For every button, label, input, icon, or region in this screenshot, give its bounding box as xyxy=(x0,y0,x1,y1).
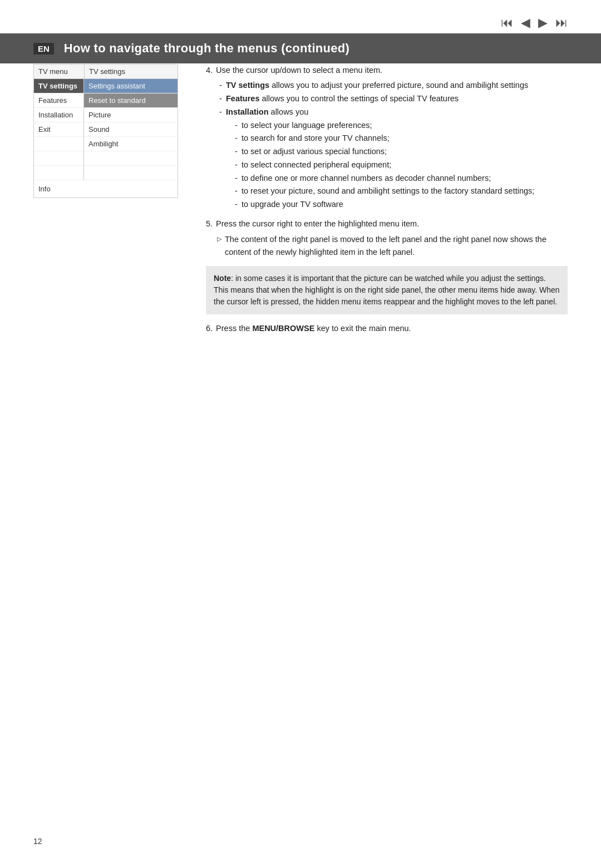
step5-bullet: ▷ The content of the right panel is move… xyxy=(217,233,568,258)
step4-bullets: TV settings allows you to adjust your pr… xyxy=(217,80,568,211)
step4-bullet-features: Features allows you to control the setti… xyxy=(217,93,568,105)
menu-header-row: TV menu TV settings xyxy=(34,65,178,79)
instructions-content: 4. Use the cursor up/down to select a me… xyxy=(206,64,568,335)
menu-right-items: Settings assistant Reset to standard Pic… xyxy=(84,79,178,180)
installation-text: allows you xyxy=(271,107,309,116)
step5-block: 5. Press the cursor right to enter the h… xyxy=(206,218,568,258)
menu-table: TV menu TV settings TV settings Features… xyxy=(33,64,178,198)
step5-number: 5. xyxy=(206,218,213,230)
step6-number: 6. xyxy=(206,322,213,334)
triangle-bullet-icon: ▷ xyxy=(217,234,221,258)
menu-item-empty-3 xyxy=(34,166,83,180)
note-box: Note: in some cases it is important that… xyxy=(206,266,568,314)
tv-menu-panel: TV menu TV settings TV settings Features… xyxy=(33,64,178,835)
menu-item-installation[interactable]: Installation xyxy=(34,108,83,122)
features-text: allows you to control the settings of sp… xyxy=(262,94,459,103)
step4-block: 4. Use the cursor up/down to select a me… xyxy=(206,64,568,211)
instructions-panel: 4. Use the cursor up/down to select a me… xyxy=(206,64,568,835)
menu-right-picture[interactable]: Picture xyxy=(84,108,178,122)
page-number: 12 xyxy=(33,837,42,846)
menu-item-empty-1 xyxy=(34,137,83,151)
installation-sub-3: to set or adjust various special functio… xyxy=(226,146,568,158)
installation-bold: Installation xyxy=(226,107,269,116)
page-title: How to navigate through the menus (conti… xyxy=(64,41,349,56)
menu-right-sound[interactable]: Sound xyxy=(84,122,178,137)
menu-left-items: TV settings Features Installation Exit xyxy=(34,79,84,180)
menu-info-label: Info xyxy=(38,185,51,193)
header-bar: EN How to navigate through the menus (co… xyxy=(0,33,601,63)
installation-sub-4: to select connected peripheral equipment… xyxy=(226,159,568,171)
navigation-icons: ⏮ ◀ ▶ ⏭ xyxy=(501,16,568,30)
tv-settings-bold: TV settings xyxy=(226,81,269,90)
menu-item-exit[interactable]: Exit xyxy=(34,122,83,137)
menu-col-left-header: TV menu xyxy=(34,65,84,79)
installation-sub-1: to select your language preferences; xyxy=(226,120,568,132)
installation-sub-7: to upgrade your TV software xyxy=(226,199,568,211)
menu-right-reset[interactable]: Reset to standard xyxy=(84,93,178,108)
menu-right-settings-assistant[interactable]: Settings assistant xyxy=(84,79,178,93)
main-content: TV menu TV settings TV settings Features… xyxy=(33,64,568,835)
menu-info-row: Info xyxy=(34,180,178,198)
menu-right-empty-2 xyxy=(84,166,178,180)
skip-back-icon[interactable]: ⏮ xyxy=(501,16,513,30)
next-icon[interactable]: ▶ xyxy=(538,16,548,30)
menu-browse-bold: MENU/BROWSE xyxy=(252,324,314,333)
installation-sub-2: to search for and store your TV channels… xyxy=(226,132,568,145)
menu-right-empty-1 xyxy=(84,151,178,166)
step4-intro: Use the cursor up/down to select a menu … xyxy=(216,64,382,76)
note-label: Note xyxy=(214,274,231,283)
prev-icon[interactable]: ◀ xyxy=(521,16,530,30)
tv-settings-text: allows you to adjust your preferred pict… xyxy=(272,81,528,90)
step4-bullet-tv-settings: TV settings allows you to adjust your pr… xyxy=(217,80,568,92)
language-badge: EN xyxy=(33,43,54,55)
step6-suffix: key to exit the main menu. xyxy=(314,324,411,333)
step4-header: 4. Use the cursor up/down to select a me… xyxy=(206,64,568,76)
menu-item-empty-2 xyxy=(34,151,83,166)
menu-right-ambilight[interactable]: Ambilight xyxy=(84,137,178,151)
step4-number: 4. xyxy=(206,64,213,76)
skip-forward-icon[interactable]: ⏭ xyxy=(555,16,568,30)
installation-sub-5: to define one or more channel numbers as… xyxy=(226,172,568,185)
menu-col-right-header: TV settings xyxy=(84,65,178,79)
step4-bullet-installation: Installation allows you to select your l… xyxy=(217,106,568,211)
note-text: : in some cases it is important that the… xyxy=(214,274,560,306)
step6-text: Press the MENU/BROWSE key to exit the ma… xyxy=(216,322,411,334)
menu-rows: TV settings Features Installation Exit S… xyxy=(34,79,178,180)
step5-bullet-text: The content of the right panel is moved … xyxy=(225,233,568,258)
menu-item-tv-settings[interactable]: TV settings xyxy=(34,79,83,93)
step5-header: 5. Press the cursor right to enter the h… xyxy=(206,218,568,230)
installation-sub-6: to reset your picture, sound and ambilig… xyxy=(226,185,568,198)
menu-item-features[interactable]: Features xyxy=(34,93,83,108)
features-bold: Features xyxy=(226,94,259,103)
step5-intro: Press the cursor right to enter the high… xyxy=(216,218,419,230)
step6-block: 6. Press the MENU/BROWSE key to exit the… xyxy=(206,322,568,334)
installation-sub-list: to select your language preferences; to … xyxy=(226,120,568,211)
